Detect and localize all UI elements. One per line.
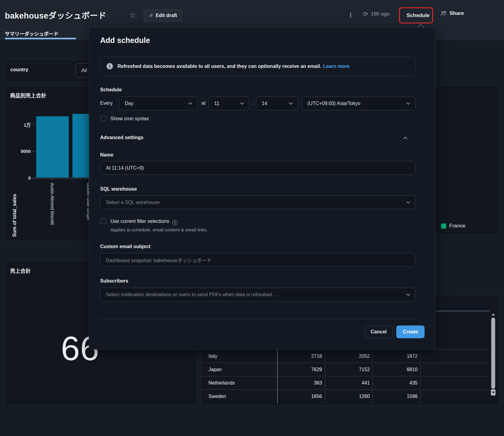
info-banner: i Refreshed data becomes available to al… (100, 57, 415, 76)
table-row-italy[interactable]: Italy 2718 2052 1872 (201, 349, 490, 363)
scroll-down-arrow[interactable] (491, 389, 495, 396)
edit-draft-label: Edit draft (156, 13, 177, 18)
frequency-select[interactable]: Day (119, 97, 198, 110)
hour-select[interactable]: 11 (208, 97, 249, 110)
schedule-section-label: Schedule (100, 87, 122, 93)
cell-value-2: 2052 (325, 353, 373, 359)
cell-value-2: 1260 (325, 394, 373, 399)
learn-more-link[interactable]: Learn more (323, 64, 350, 69)
pencil-icon: ✎ (149, 13, 153, 19)
legend-swatch-france (441, 223, 446, 229)
share-button[interactable]: Share (440, 10, 464, 16)
cell-value-1: 2718 (277, 353, 325, 359)
at-label: at (201, 100, 205, 106)
subscribers-select[interactable]: Select notification destinations or user… (100, 288, 415, 301)
add-schedule-modal: Add schedule i Refreshed data becomes av… (89, 27, 436, 350)
footer-divider (100, 319, 415, 319)
every-label: Every (100, 100, 113, 106)
edit-draft-button[interactable]: ✎ Edit draft (144, 9, 182, 22)
cancel-button[interactable]: Cancel (365, 325, 393, 338)
y-axis-label: Sum of total_sales (12, 194, 17, 237)
modal-title: Add schedule (100, 36, 150, 45)
table-row-netherlands[interactable]: Netherlands 363 441 435 (201, 376, 490, 389)
bar-chart-title: 商品別売上合計 (10, 91, 46, 99)
advanced-settings-label: Advanced settings (100, 135, 143, 140)
timezone-select[interactable]: (UTC+09:00) Asia/Tokyo (302, 97, 415, 110)
table-row-japan[interactable]: Japan 7629 7152 6810 (201, 363, 490, 376)
filter-helper-text: Applies to schedule, email content & ema… (110, 227, 207, 232)
name-label: Name (100, 152, 114, 158)
chevron-down-icon (289, 101, 293, 105)
x-label-austin-almond-biscotti: Austin Almond Biscotti (50, 183, 55, 225)
cell-value-2: 441 (325, 380, 373, 386)
chevron-down-icon (406, 292, 410, 296)
y-tick-5000: 5000 (12, 149, 31, 154)
refresh-status[interactable]: ⟳ 18h ago (363, 10, 390, 18)
bar-austin-almond-biscotti[interactable] (36, 116, 69, 178)
share-label: Share (450, 10, 464, 16)
scroll-up-arrow[interactable] (491, 311, 495, 317)
chevron-down-icon (188, 101, 192, 105)
cell-country: Italy (201, 353, 277, 359)
legend-item-france[interactable]: France (441, 223, 465, 229)
table-row-sweden[interactable]: Sweden 1656 1260 1596 (201, 389, 490, 403)
info-icon: i (107, 63, 113, 69)
chevron-down-icon (406, 101, 410, 105)
y-tick-0: 0 (12, 175, 31, 181)
filter-label: country (10, 67, 28, 72)
cell-country: Sweden (201, 394, 277, 399)
create-button[interactable]: Create (396, 325, 425, 338)
scrollbar-thumb[interactable] (491, 318, 495, 389)
counter-title: 売上合計 (10, 267, 31, 274)
cell-country: Japan (201, 367, 277, 372)
cell-value-3: 1872 (373, 353, 421, 359)
subscribers-label: Subscribers (100, 278, 128, 284)
share-people-icon (440, 10, 447, 16)
cell-country: Netherlands (201, 380, 277, 386)
y-tick-10000: 1万 (12, 121, 31, 128)
page-title: bakehouseダッシュボード (5, 9, 106, 21)
use-filter-selections-checkbox[interactable] (101, 218, 107, 224)
cell-value-3: 435 (373, 380, 421, 386)
favorite-star-icon[interactable]: ☆ (129, 11, 136, 19)
time-separator: : (253, 100, 254, 106)
dashboard-page: bakehouseダッシュボード ☆ ✎ Edit draft ⋮ ⟳ 18h … (0, 0, 504, 436)
tab-summary-dashboard[interactable]: サマリーダッシュボード (5, 30, 58, 37)
banner-text: Refreshed data becomes available to all … (117, 64, 350, 69)
cell-value-1: 1656 (277, 394, 325, 399)
minute-select[interactable]: 14 (256, 97, 298, 110)
collapse-chevron-icon[interactable] (403, 137, 408, 141)
show-cron-label: Show cron syntax (110, 116, 149, 121)
refresh-icon[interactable]: ⟳ (363, 10, 368, 18)
cell-value-3: 1596 (373, 394, 421, 399)
custom-email-subject-input[interactable]: Dashboard snapshot: bakehouseダッシュボード (100, 253, 415, 267)
use-filter-selections-label: Use current filter selectionsi (110, 219, 177, 225)
custom-email-subject-label: Custom email subject (100, 244, 150, 249)
chevron-down-icon (240, 101, 244, 105)
legend-label-france: France (449, 223, 465, 229)
last-refresh-text: 18h ago (371, 11, 390, 17)
name-input[interactable]: At 11:14 (UTC+9) (100, 161, 415, 175)
overflow-menu-icon[interactable]: ⋮ (347, 10, 354, 20)
cell-value-1: 7629 (277, 367, 325, 372)
sql-warehouse-label: SQL warehouse (100, 186, 137, 192)
show-cron-checkbox[interactable] (101, 116, 107, 121)
chevron-down-icon (406, 200, 410, 204)
cell-value-3: 6810 (373, 367, 421, 372)
filter-info-icon[interactable]: i (172, 220, 177, 225)
tab-active-underline (5, 38, 76, 39)
sql-warehouse-select[interactable]: Select a SQL warehouse (100, 195, 415, 209)
schedule-button[interactable]: Schedule (402, 9, 434, 22)
table-scrollbar[interactable] (491, 311, 495, 396)
cell-value-2: 7152 (325, 367, 373, 372)
cell-value-1: 363 (277, 380, 325, 386)
